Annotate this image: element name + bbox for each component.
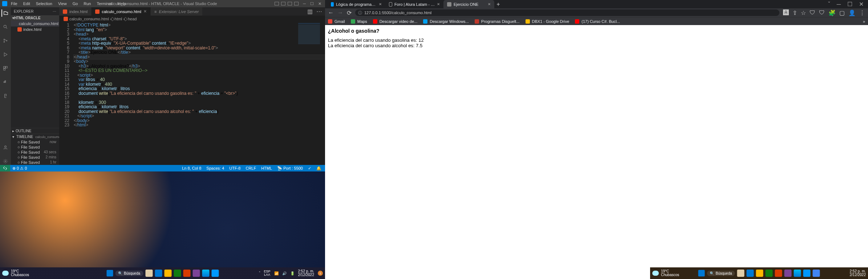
minimap[interactable] bbox=[298, 23, 320, 45]
browser-tab[interactable]: Lógica de programación: Primero✕ bbox=[327, 0, 385, 8]
timeline-item[interactable]: ○ File Savednow bbox=[11, 140, 59, 145]
breadcrumb[interactable]: calculo_consumo.html › ⃟ html › ⃟ head bbox=[59, 16, 325, 22]
volume-icon[interactable]: 🔊 bbox=[282, 271, 287, 275]
file-item[interactable]: calculo_consumo.html bbox=[11, 21, 59, 27]
share-icon[interactable]: ⇪ bbox=[792, 9, 797, 16]
chevron-down-icon[interactable]: ˇ bbox=[828, 1, 830, 8]
run-debug-icon[interactable] bbox=[2, 51, 9, 58]
cast-icon[interactable]: ▢ bbox=[839, 9, 845, 16]
close-icon[interactable]: ✕ bbox=[859, 1, 864, 8]
clock[interactable]: 2:52 p. m.2/12/2022 bbox=[850, 270, 866, 277]
settings-gear-icon[interactable] bbox=[2, 158, 9, 165]
close-tab-icon[interactable]: ✕ bbox=[379, 2, 382, 6]
status-bell-icon[interactable]: ✓ bbox=[308, 166, 311, 171]
start-button[interactable] bbox=[698, 270, 705, 276]
taskbar-app-brave[interactable] bbox=[775, 270, 782, 277]
weather-widget[interactable]: 19°CChubascos bbox=[652, 270, 679, 277]
status-errors[interactable]: ⊗ 0 ⚠ 0 bbox=[12, 166, 27, 171]
close-tab-icon[interactable]: ✕ bbox=[143, 9, 147, 14]
address-bar[interactable]: ⓘ127.0.0.1:5500/calculo_consumo.html bbox=[355, 9, 779, 16]
more-icon[interactable]: ⋯ bbox=[316, 8, 322, 15]
maximize-icon[interactable]: ☐ bbox=[310, 1, 314, 6]
search-box[interactable]: 🔍 Búsqueda bbox=[115, 271, 143, 276]
status-spaces[interactable]: Spaces: 4 bbox=[206, 166, 224, 171]
profile-icon[interactable]: 👤 bbox=[848, 9, 856, 16]
bookmark-item[interactable]: DBX1 - Google Drive bbox=[526, 19, 569, 24]
breadcrumb-item[interactable]: head bbox=[128, 17, 137, 21]
close-tab-icon[interactable]: ✕ bbox=[437, 2, 440, 6]
back-icon[interactable]: ← bbox=[328, 9, 334, 16]
browser-tab-active[interactable]: Ejercicio ONE✕ bbox=[443, 0, 494, 8]
menu-edit[interactable]: Edit bbox=[21, 1, 32, 7]
status-feedback-icon[interactable]: 🔔 bbox=[316, 166, 321, 171]
bookmarks-more-icon[interactable]: » bbox=[863, 19, 865, 24]
remote-icon[interactable] bbox=[0, 165, 10, 171]
ext-ublock-icon[interactable]: 🛡 bbox=[819, 9, 825, 16]
taskbar-app-store[interactable] bbox=[766, 270, 773, 277]
taskbar-app-vscode[interactable] bbox=[211, 270, 219, 277]
search-box[interactable]: 🔍 Búsqueda bbox=[707, 271, 735, 276]
taskbar-app-copilot[interactable] bbox=[202, 270, 209, 277]
file-item[interactable]: index.html bbox=[11, 27, 59, 32]
start-button[interactable] bbox=[106, 270, 113, 276]
taskbar-app-vs[interactable] bbox=[192, 270, 200, 277]
breadcrumb-item[interactable]: calculo_consumo.html bbox=[69, 17, 109, 21]
taskbar-app-files[interactable] bbox=[164, 270, 171, 277]
menu-go[interactable]: Go bbox=[70, 1, 80, 7]
breadcrumb-item[interactable]: html bbox=[115, 17, 122, 21]
minimize-icon[interactable]: ─ bbox=[303, 1, 306, 6]
translate-icon[interactable]: 🅰 bbox=[783, 9, 789, 16]
maximize-icon[interactable]: ☐ bbox=[847, 1, 852, 8]
menu-file[interactable]: File bbox=[9, 1, 20, 7]
taskbar-app-edge[interactable] bbox=[155, 270, 162, 277]
bookmark-item[interactable]: Programas Disguelt... bbox=[475, 19, 520, 24]
status-port[interactable]: 📡 Port : 5500 bbox=[277, 166, 303, 171]
code-editor[interactable]: 1234567891011121314151617181920212223 <!… bbox=[59, 22, 325, 165]
folder-header[interactable]: ▾ HTML ORACLE bbox=[11, 15, 59, 21]
timeline-item[interactable]: ○ File Saved2 mins bbox=[11, 155, 59, 160]
taskbar-app-store[interactable] bbox=[174, 270, 181, 277]
reload-icon[interactable]: ⟳ bbox=[347, 9, 352, 16]
chevron-up-icon[interactable]: ˆ bbox=[259, 271, 260, 275]
bookmark-item[interactable]: Descargar video de... bbox=[373, 19, 418, 24]
wifi-icon[interactable]: 📶 bbox=[274, 271, 279, 275]
timeline-item[interactable]: ○ File Saved43 secs bbox=[11, 150, 59, 155]
extensions-icon[interactable]: 🧩 bbox=[828, 9, 836, 16]
more-icon[interactable]: ⋯ bbox=[53, 9, 56, 13]
status-ln-col[interactable]: Ln 8, Col 8 bbox=[182, 166, 201, 171]
minimize-icon[interactable]: ─ bbox=[837, 1, 841, 8]
taskbar-app-files[interactable] bbox=[756, 270, 763, 277]
bookmark-item[interactable]: Gmail bbox=[328, 19, 345, 24]
taskbar-app-vs[interactable] bbox=[784, 270, 792, 277]
ext-shield-icon[interactable]: 🛡 bbox=[810, 9, 815, 16]
status-eol[interactable]: CRLF bbox=[246, 166, 256, 171]
python-icon[interactable] bbox=[2, 92, 9, 100]
bookmark-item[interactable]: Maps bbox=[351, 19, 367, 24]
taskbar-app-brave[interactable] bbox=[183, 270, 190, 277]
taskbar-app-chrome[interactable] bbox=[813, 270, 820, 277]
tab-index[interactable]: index.html bbox=[59, 7, 92, 16]
code-content[interactable]: <!DOCTYPE html><html lang="en"><head> <m… bbox=[74, 22, 325, 165]
forward-icon[interactable]: → bbox=[337, 9, 343, 16]
timeline-header[interactable]: ▾ TIMELINE calculo_consumo.html bbox=[11, 134, 59, 140]
language-indicator[interactable]: ESPLAA bbox=[264, 270, 270, 276]
new-tab-button[interactable]: + bbox=[494, 0, 502, 8]
search-icon[interactable] bbox=[2, 23, 9, 31]
tab-calculo[interactable]: calculo_consumo.html✕ bbox=[92, 7, 151, 16]
timeline-item[interactable]: ○ File Saved bbox=[11, 145, 59, 150]
notification-badge[interactable]: 1 bbox=[318, 271, 323, 276]
timeline-item[interactable]: ○ File Saved1 hr bbox=[11, 160, 59, 165]
info-icon[interactable]: ⓘ bbox=[358, 10, 362, 16]
menu-view[interactable]: View bbox=[56, 1, 69, 7]
menu-dots-icon[interactable]: ⋮ bbox=[859, 9, 865, 16]
extensions-icon[interactable] bbox=[2, 65, 9, 72]
bookmark-item[interactable]: Descargar Windows... bbox=[423, 19, 469, 24]
bookmark-star-icon[interactable]: ☆ bbox=[801, 9, 806, 16]
taskbar-app-edge[interactable] bbox=[747, 270, 754, 277]
layout-controls[interactable] bbox=[275, 2, 299, 5]
taskbar-app-explorer[interactable] bbox=[737, 270, 745, 277]
tab-extension[interactable]: ≡Extension: Live Server bbox=[151, 7, 203, 16]
menu-run[interactable]: Run bbox=[81, 1, 93, 7]
battery-icon[interactable]: 🔋 bbox=[290, 271, 295, 275]
browser-tab[interactable]: Foro | Alura Latam - Cursos onlin✕ bbox=[385, 0, 443, 8]
